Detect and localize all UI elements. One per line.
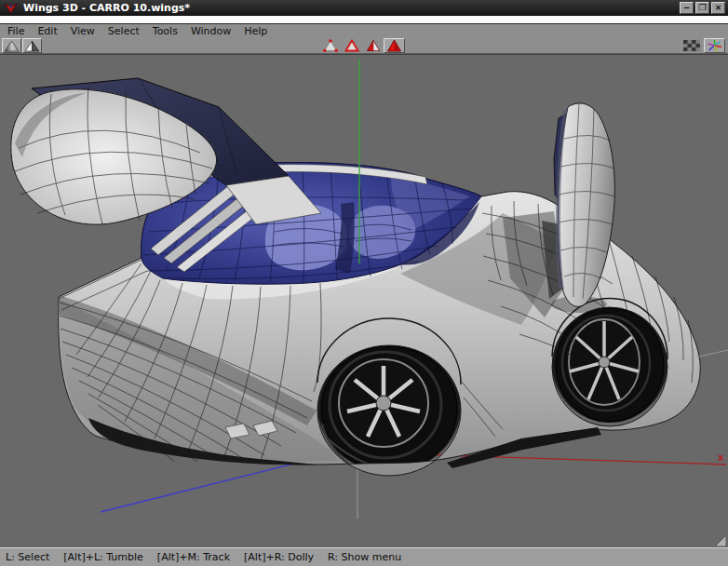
shaded-view-icon [4, 40, 20, 52]
body-mode-icon [386, 39, 402, 52]
ground-plane-icon [683, 40, 700, 51]
face-mode-icon [366, 39, 381, 52]
menu-item-select[interactable]: Select [108, 25, 140, 37]
status-show-menu: R: Show menu [328, 551, 401, 563]
left-open-door [11, 78, 321, 224]
x-axis-label: x [718, 452, 724, 463]
restore-button[interactable]: ❒ [695, 2, 709, 14]
statusbar: L: Select [Alt]+L: Tumble [Alt]+M: Track… [0, 547, 728, 566]
status-track: [Alt]+M: Track [157, 551, 230, 563]
body-mode-button[interactable] [384, 38, 405, 53]
status-tumble: [Alt]+L: Tumble [63, 551, 143, 563]
shaded-view-button[interactable] [2, 38, 21, 53]
resize-grip[interactable] [715, 535, 726, 546]
menu-item-file[interactable]: File [7, 25, 24, 37]
viewport: x [0, 54, 728, 547]
edge-mode-icon [344, 39, 359, 52]
menubar: File Edit View Select Tools Window Help [0, 24, 728, 37]
window-title: Wings 3D - CARRO 10.wings* [23, 2, 190, 14]
wings3d-window: Wings 3D - CARRO 10.wings* − ❒ × File Ed… [0, 0, 728, 566]
toolbar [0, 37, 728, 54]
vertex-mode-icon [323, 39, 338, 52]
close-button[interactable]: × [711, 2, 725, 14]
flat-view-icon [24, 40, 40, 52]
face-mode-button[interactable] [365, 38, 382, 53]
minimize-button[interactable]: − [680, 2, 694, 14]
menu-item-view[interactable]: View [71, 25, 95, 37]
ground-plane-button[interactable] [682, 38, 701, 53]
edge-mode-button[interactable] [344, 38, 360, 53]
status-dolly: [Alt]+R: Dolly [244, 551, 314, 563]
flat-view-button[interactable] [22, 38, 42, 53]
menu-item-tools[interactable]: Tools [153, 25, 178, 37]
status-left-click: L: Select [6, 551, 49, 563]
menu-item-edit[interactable]: Edit [37, 25, 57, 37]
axes-toggle-button[interactable] [704, 38, 725, 53]
menu-item-window[interactable]: Window [191, 25, 231, 37]
titlebar: Wings 3D - CARRO 10.wings* − ❒ × [0, 0, 728, 16]
window-client-strip [0, 16, 728, 24]
axes-icon [707, 39, 722, 52]
menu-item-help[interactable]: Help [244, 25, 267, 37]
wings3d-logo-icon [5, 3, 17, 14]
viewport-canvas[interactable]: x [0, 55, 728, 548]
vertex-mode-button[interactable] [322, 38, 339, 53]
